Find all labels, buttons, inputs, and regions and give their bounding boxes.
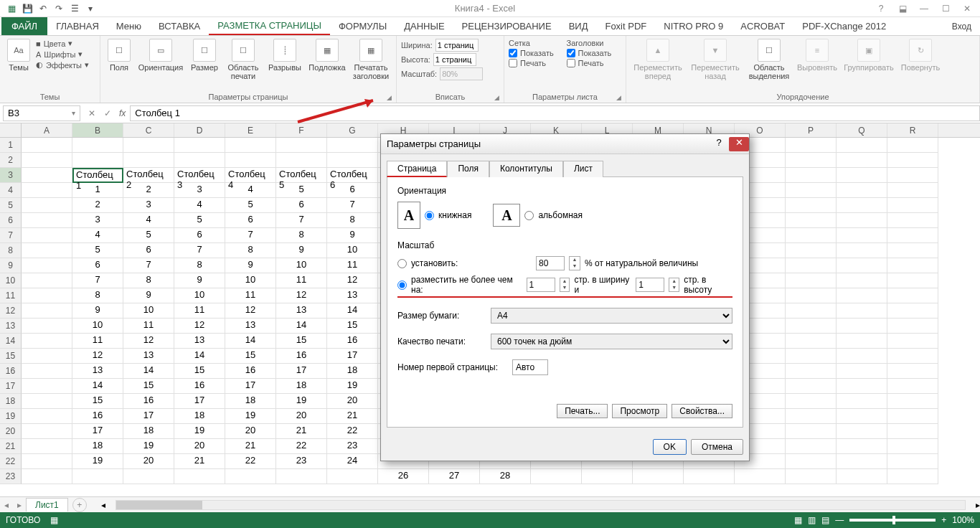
cell[interactable] bbox=[225, 138, 276, 153]
cell[interactable]: 6 bbox=[174, 228, 225, 243]
cell[interactable]: 9 bbox=[327, 228, 378, 243]
row-header[interactable]: 2 bbox=[0, 153, 22, 168]
cell[interactable]: 14 bbox=[327, 303, 378, 319]
tab-nitro[interactable]: NITRO PRO 9 bbox=[655, 17, 732, 35]
cell[interactable]: 11 bbox=[174, 303, 225, 319]
cell[interactable] bbox=[887, 364, 938, 379]
cell[interactable]: 18 bbox=[276, 379, 327, 394]
cell[interactable] bbox=[887, 454, 938, 469]
cell[interactable]: 19 bbox=[225, 409, 276, 424]
fit-width-spinner[interactable]: ▲▼ bbox=[560, 278, 570, 292]
select-all-corner[interactable] bbox=[0, 123, 22, 137]
cell[interactable] bbox=[786, 349, 837, 364]
row-header[interactable]: 8 bbox=[0, 243, 22, 258]
cell[interactable] bbox=[887, 303, 938, 319]
cell[interactable]: 22 bbox=[225, 454, 276, 469]
cell[interactable]: 2 bbox=[123, 183, 174, 198]
row-header[interactable]: 6 bbox=[0, 213, 22, 228]
cell[interactable]: 7 bbox=[225, 228, 276, 243]
cell[interactable]: 16 bbox=[327, 334, 378, 349]
cell[interactable]: 15 bbox=[276, 334, 327, 349]
cell[interactable]: Столбец 1 bbox=[72, 168, 123, 183]
view-page-break-icon[interactable]: ▤ bbox=[821, 515, 829, 525]
tab-pdfxchange[interactable]: PDF-XChange 2012 bbox=[793, 17, 895, 35]
cell[interactable]: 4 bbox=[174, 198, 225, 213]
print-area-button[interactable]: ☐Область печати bbox=[224, 39, 263, 80]
cell[interactable]: 4 bbox=[123, 213, 174, 228]
cell[interactable]: 8 bbox=[276, 228, 327, 243]
row-header[interactable]: 7 bbox=[0, 228, 22, 243]
column-header[interactable]: Q bbox=[837, 123, 887, 137]
sheet-tab[interactable]: Лист1 bbox=[26, 498, 68, 512]
cell[interactable] bbox=[887, 469, 938, 484]
sign-in-link[interactable]: Вход bbox=[952, 22, 980, 32]
tab-home[interactable]: ГЛАВНАЯ bbox=[47, 17, 108, 35]
themes-button[interactable]: Aa Темы bbox=[4, 39, 33, 72]
minimize-icon[interactable]: — bbox=[917, 4, 931, 14]
preview-button[interactable]: Просмотр bbox=[612, 404, 667, 418]
cell[interactable] bbox=[123, 138, 174, 153]
cell[interactable] bbox=[174, 138, 225, 153]
cell[interactable] bbox=[837, 258, 887, 273]
cell[interactable]: 8 bbox=[123, 273, 174, 288]
ribbon-collapse-icon[interactable]: ⬓ bbox=[895, 4, 910, 14]
zoom-in-icon[interactable]: + bbox=[941, 515, 946, 525]
cell[interactable] bbox=[684, 469, 735, 484]
properties-button[interactable]: Свойства... bbox=[672, 404, 732, 418]
cell[interactable]: 13 bbox=[72, 364, 123, 379]
scale-input[interactable] bbox=[440, 67, 483, 80]
cell[interactable]: Столбец 3 bbox=[174, 168, 225, 183]
cell[interactable] bbox=[786, 168, 837, 183]
cell[interactable] bbox=[786, 243, 837, 258]
cell[interactable]: 7 bbox=[276, 213, 327, 228]
cell[interactable] bbox=[887, 168, 938, 183]
cell[interactable]: 12 bbox=[225, 303, 276, 319]
row-header[interactable]: 9 bbox=[0, 258, 22, 273]
cell[interactable] bbox=[837, 153, 887, 168]
cell[interactable]: 16 bbox=[174, 379, 225, 394]
cell[interactable]: Столбец 6 bbox=[327, 168, 378, 183]
cell[interactable]: 8 bbox=[225, 243, 276, 258]
row-header[interactable]: 13 bbox=[0, 319, 22, 334]
cell[interactable]: 12 bbox=[327, 273, 378, 288]
name-box[interactable]: B3▾ bbox=[3, 105, 80, 121]
dialog-help-icon[interactable]: ? bbox=[709, 137, 729, 151]
cell[interactable]: 11 bbox=[276, 273, 327, 288]
cell[interactable]: 5 bbox=[174, 213, 225, 228]
cell[interactable] bbox=[837, 243, 887, 258]
view-page-layout-icon[interactable]: ▥ bbox=[808, 515, 816, 525]
row-header[interactable]: 19 bbox=[0, 409, 22, 424]
cell[interactable]: 1 bbox=[72, 183, 123, 198]
cell[interactable] bbox=[786, 303, 837, 319]
cell[interactable] bbox=[22, 288, 72, 303]
cell[interactable]: 22 bbox=[327, 424, 378, 439]
cell[interactable] bbox=[22, 273, 72, 288]
row-header[interactable]: 17 bbox=[0, 379, 22, 394]
column-header[interactable]: B bbox=[72, 123, 123, 137]
grid-show-checkbox[interactable] bbox=[509, 49, 517, 57]
cell[interactable]: 3 bbox=[72, 213, 123, 228]
cell[interactable]: 14 bbox=[72, 379, 123, 394]
macro-icon[interactable]: ▦ bbox=[50, 515, 58, 525]
cell[interactable]: 5 bbox=[123, 228, 174, 243]
cell[interactable]: 14 bbox=[276, 319, 327, 334]
cell[interactable] bbox=[22, 454, 72, 469]
print-button[interactable]: Печать... bbox=[557, 404, 608, 418]
first-page-input[interactable] bbox=[512, 359, 548, 375]
cell[interactable] bbox=[837, 273, 887, 288]
cell[interactable] bbox=[887, 334, 938, 349]
cell[interactable] bbox=[786, 273, 837, 288]
height-input[interactable] bbox=[433, 53, 476, 66]
cell[interactable] bbox=[72, 469, 123, 484]
cell[interactable] bbox=[22, 439, 72, 454]
sheet-options-launcher-icon[interactable]: ◢ bbox=[614, 94, 623, 103]
cell[interactable]: 10 bbox=[225, 273, 276, 288]
bring-forward-button[interactable]: ▲Переместить вперед bbox=[631, 39, 685, 80]
cell[interactable]: 21 bbox=[276, 424, 327, 439]
grid-print-checkbox[interactable] bbox=[509, 59, 517, 67]
tab-data[interactable]: ДАННЫЕ bbox=[395, 17, 453, 35]
column-header[interactable]: A bbox=[22, 123, 72, 137]
cell[interactable] bbox=[837, 424, 887, 439]
cell[interactable]: 9 bbox=[72, 303, 123, 319]
cell[interactable]: 15 bbox=[72, 394, 123, 409]
